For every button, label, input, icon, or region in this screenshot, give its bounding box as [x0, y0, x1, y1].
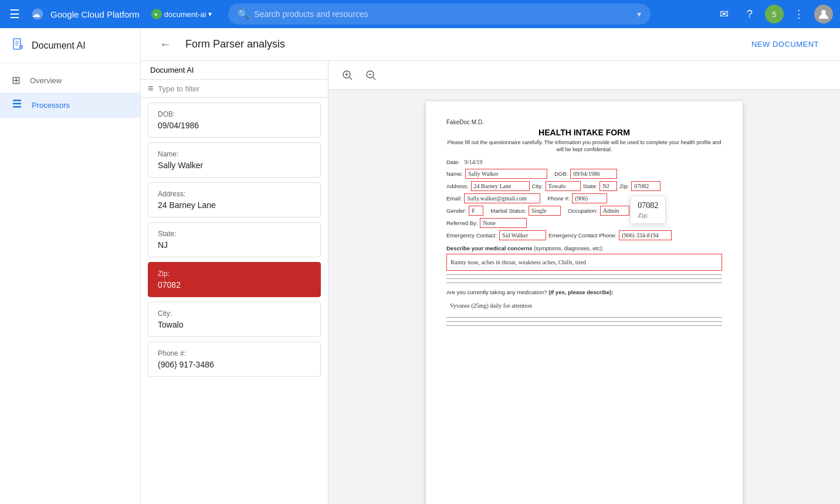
doc-address-label: Address: [446, 183, 469, 189]
more-options-button[interactable]: ⋮ [788, 4, 809, 25]
account-avatar[interactable]: 5 [765, 5, 784, 23]
back-button[interactable]: ← [155, 34, 176, 55]
field-label-state: State: [158, 230, 311, 238]
filter-input[interactable] [158, 84, 321, 93]
doc-clinic-name: FakeDoc M.D. [446, 119, 722, 125]
fields-list: DOB: 09/04/1986 Name: Sally Walker Addre… [141, 98, 328, 504]
project-selector[interactable]: ✦ document-ai ▾ [151, 9, 212, 19]
doc-gender-row: Gender: F Marital Status: Single Occupat… [446, 206, 722, 216]
field-value-address: 24 Barney Lane [158, 200, 311, 210]
search-input[interactable] [249, 9, 637, 19]
filter-icon: ≡ [148, 83, 153, 94]
doc-name-dob-row: Name: Sally Walker DOB: 09/04/1986 [446, 169, 722, 179]
sidebar-item-processors[interactable]: Processors [0, 93, 140, 118]
doc-divider-4 [446, 317, 722, 318]
doc-state-label: State: [583, 183, 598, 189]
document-canvas: FakeDoc M.D. HEALTH INTAKE FORM Please f… [328, 90, 840, 504]
mail-icon-button[interactable]: ✉ [713, 4, 734, 25]
doc-emergency-phone-value: (906) 334-8194 [619, 230, 672, 240]
field-label-phone: Phone #: [158, 349, 311, 357]
doc-emergency-phone-label: Emergency Contact Phone: [548, 232, 617, 239]
doc-referred-label: Referred By: [446, 220, 477, 226]
project-dropdown-icon: ▾ [208, 10, 212, 18]
doc-divider-3 [446, 282, 722, 283]
doc-divider-1 [446, 274, 722, 275]
doc-state-value: NJ [599, 181, 617, 191]
doc-address-row: Address: 24 Barney Lane City: Towalo Sta… [446, 181, 722, 191]
field-card-address[interactable]: Address: 24 Barney Lane [148, 182, 321, 217]
app-name-label: Google Cloud Platform [50, 9, 140, 19]
field-value-state: NJ [158, 240, 311, 250]
zoom-out-button[interactable] [361, 66, 380, 84]
doc-date-row: Date: 9/14/19 [446, 158, 722, 166]
doc-medication-section: Are you currently taking any medication?… [446, 289, 722, 314]
doc-phone-value: (906) [572, 193, 607, 203]
field-card-name[interactable]: Name: Sally Walker [148, 142, 321, 178]
doc-date-value: 9/14/19 [462, 158, 509, 166]
search-bar[interactable]: 🔍 ▾ [228, 4, 651, 25]
doc-subtitle: Please fill out the questionnaire carefu… [446, 139, 722, 153]
doc-address-value: 24 Barney Lane [471, 181, 530, 191]
field-value-city: Towalo [158, 320, 311, 329]
search-icon: 🔍 [238, 9, 249, 20]
field-label-city: City: [158, 309, 311, 318]
doc-emergency-row: Emergency Contact: Sid Walker Emergency … [446, 230, 722, 240]
content-area: Document AI ≡ DOB: 09/04/1986 Name: Sall… [141, 61, 840, 504]
field-label-name: Name: [158, 150, 311, 158]
field-card-city[interactable]: City: Towalo [148, 302, 321, 337]
doc-name-value: Sally Walker [465, 169, 547, 179]
doc-medical-section: Describe your medical concerns (symptoms… [446, 245, 722, 271]
field-label-dob: DOB: [158, 110, 311, 118]
field-card-phone[interactable]: Phone #: (906) 917-3486 [148, 342, 321, 377]
doc-city-label: City: [532, 183, 543, 189]
document-viewer: FakeDoc M.D. HEALTH INTAKE FORM Please f… [328, 61, 840, 504]
main-content: ← Form Parser analysis NEW DOCUMENT Docu… [141, 28, 840, 504]
document-ai-icon [12, 38, 25, 53]
doc-phone-label: Phone #: [547, 195, 570, 202]
sidebar-item-overview-label: Overview [30, 76, 62, 85]
zip-tooltip: 07082 Zip: [630, 196, 666, 224]
filter-input-row: ≡ [141, 80, 328, 98]
doc-dob-value: 09/04/1986 [570, 169, 617, 179]
doc-zip-value: 07082 07082 Zip: [631, 181, 661, 191]
sub-header: ← Form Parser analysis NEW DOCUMENT [141, 28, 840, 61]
zoom-in-button[interactable] [338, 66, 357, 84]
field-card-state[interactable]: State: NJ [148, 222, 321, 257]
processors-icon [12, 98, 22, 112]
doc-divider-2 [446, 278, 722, 279]
field-label-address: Address: [158, 190, 311, 198]
svg-point-3 [821, 10, 826, 15]
field-value-name: Sally Walker [158, 161, 311, 170]
sidebar-item-overview[interactable]: ⊞ Overview [0, 68, 140, 93]
sidebar-item-processors-label: Processors [32, 101, 70, 110]
doc-medical-label: Describe your medical concerns (symptoms… [446, 245, 722, 251]
field-value-zip: 07082 [158, 280, 311, 290]
tooltip-value: 07082 [638, 201, 658, 210]
help-icon-button[interactable]: ? [739, 4, 760, 25]
field-value-dob: 09/04/1986 [158, 121, 311, 130]
panel-breadcrumb-bar: Document AI [141, 61, 328, 80]
doc-emergency-value: Sid Walker [499, 230, 546, 240]
field-card-zip[interactable]: Zip: 07082 [148, 262, 321, 297]
viewer-toolbar [328, 61, 840, 90]
doc-name-label: Name: [446, 171, 463, 177]
doc-zip-label: Zip: [619, 183, 629, 189]
svg-text:✦: ✦ [154, 12, 158, 18]
sidebar-navigation: ⊞ Overview Processors [0, 63, 140, 122]
doc-city-value: Towalo [546, 181, 581, 191]
new-document-button[interactable]: NEW DOCUMENT [744, 35, 826, 53]
doc-occupation-label: Occupation: [568, 207, 598, 214]
svg-rect-13 [13, 106, 21, 108]
doc-email-phone-row: Email: Sally.walker@gmail.com Phone #: (… [446, 193, 722, 203]
user-profile-button[interactable] [814, 5, 833, 23]
google-cloud-logo-icon: ☁ [29, 6, 46, 22]
doc-dob-label: DOB: [554, 171, 568, 177]
document-ai-breadcrumb: Document AI [150, 66, 194, 74]
doc-referred-row: Referred By: None [446, 218, 722, 228]
hamburger-menu[interactable]: ☰ [7, 5, 22, 23]
doc-divider-6 [446, 325, 722, 326]
field-card-dob[interactable]: DOB: 09/04/1986 [148, 103, 321, 138]
app-logo: ☁ Google Cloud Platform [29, 6, 140, 22]
field-label-zip: Zip: [158, 270, 311, 278]
svg-line-19 [373, 77, 375, 80]
